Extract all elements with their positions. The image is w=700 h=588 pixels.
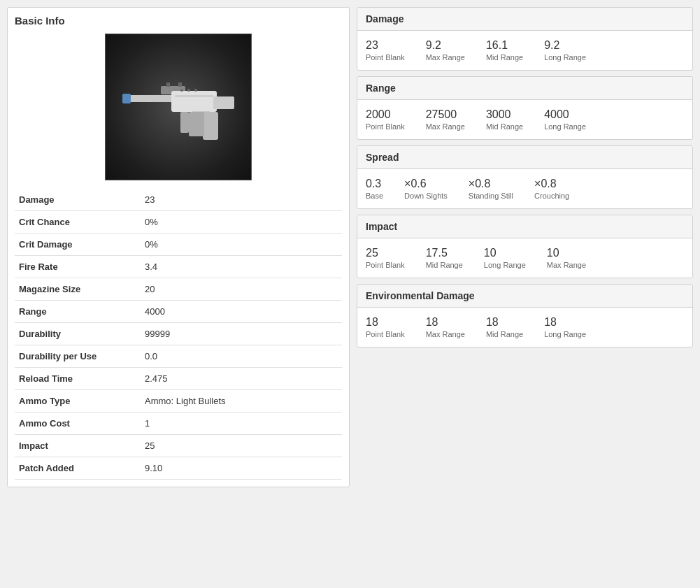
svg-rect-5 [171,91,217,112]
svg-point-11 [180,89,183,92]
stat-label: Impact [15,435,141,457]
stat-card-label: Point Blank [366,122,405,131]
stat-value: 20 [141,278,342,301]
stat-card-value: ×0.8 [534,178,569,190]
svg-point-13 [194,89,197,92]
stat-card-value: 0.3 [366,178,383,190]
stat-item: 9.2Long Range [544,39,586,62]
stat-value: 99999 [141,323,342,345]
stat-label: Crit Chance [15,211,141,234]
stat-row: Crit Chance 0% [15,211,342,234]
stat-item: 17.5Mid Range [426,247,463,269]
stat-card-label: Long Range [544,53,586,62]
stat-label: Patch Added [15,457,141,480]
stat-label: Durability [15,323,141,345]
stat-card-value: 10 [547,247,586,259]
svg-rect-4 [178,83,182,87]
card-spread: Spread0.3Base×0.6Down Sights×0.8Standing… [357,145,693,209]
svg-rect-3 [166,83,170,87]
stat-card-value: 9.2 [426,39,465,52]
stat-row: Magazine Size 20 [15,278,342,301]
stat-card-value: 4000 [544,108,586,121]
stat-label: Magazine Size [15,278,141,301]
stat-item: 2000Point Blank [366,108,405,131]
stat-label: Fire Rate [15,256,141,278]
stat-item: 9.2Max Range [426,39,465,62]
card-header-damage: Damage [357,8,692,31]
stat-card-value: 2000 [366,108,405,121]
stat-label: Range [15,301,141,323]
stat-card-value: 27500 [426,108,465,121]
stat-card-label: Point Blank [366,330,405,338]
stat-item: ×0.8Crouching [534,178,569,200]
stat-value: 2.475 [141,368,342,390]
stat-card-label: Standing Still [469,192,513,200]
svg-rect-9 [180,112,189,133]
stat-label: Ammo Type [15,390,141,413]
stat-item: 23Point Blank [366,39,405,62]
weapon-svg [119,62,238,152]
card-body-impact: 25Point Blank17.5Mid Range10Long Range10… [357,238,692,278]
stat-card-label: Max Range [426,122,465,131]
stat-card-label: Base [366,192,383,200]
stat-card-value: 3000 [486,108,523,121]
stat-card-label: Crouching [534,192,569,200]
stat-row: Durability per Use 0.0 [15,345,342,368]
stat-card-value: 18 [366,316,405,329]
card-header-spread: Spread [357,146,692,169]
card-range: Range2000Point Blank27500Max Range3000Mi… [357,76,693,140]
stat-value: 0.0 [141,345,342,368]
svg-rect-0 [126,95,178,102]
stat-item: 18Long Range [544,316,586,338]
stat-row: Ammo Cost 1 [15,413,342,435]
stat-card-value: 18 [426,316,465,329]
card-environmental-damage: Environmental Damage18Point Blank18Max R… [357,284,693,347]
stat-card-label: Down Sights [404,192,448,200]
stat-label: Damage [15,189,141,211]
stat-value: 0% [141,234,342,256]
stat-card-label: Mid Range [486,330,523,338]
card-impact: Impact25Point Blank17.5Mid Range10Long R… [357,215,693,278]
stat-item: 18Point Blank [366,316,405,338]
right-panel: Damage23Point Blank9.2Max Range16.1Mid R… [357,7,693,487]
stat-row: Impact 25 [15,435,342,457]
card-damage: Damage23Point Blank9.2Max Range16.1Mid R… [357,7,693,71]
stat-label: Crit Damage [15,234,141,256]
stat-value: 23 [141,189,342,211]
card-body-range: 2000Point Blank27500Max Range3000Mid Ran… [357,100,692,139]
stat-item: ×0.6Down Sights [404,178,448,200]
stat-value: 25 [141,435,342,457]
svg-rect-8 [213,96,234,109]
weapon-image [105,34,252,180]
stat-card-value: 9.2 [544,39,586,52]
stat-card-value: 18 [486,316,523,329]
left-panel: Basic Info [7,7,350,487]
stat-card-label: Max Range [426,330,465,338]
stat-card-label: Max Range [547,261,586,269]
stat-card-label: Long Range [544,122,586,131]
stat-row: Damage 23 [15,189,342,211]
stat-item: 18Max Range [426,316,465,338]
stat-card-value: ×0.8 [469,178,513,190]
svg-rect-1 [122,94,131,103]
stat-item: ×0.8Standing Still [469,178,513,200]
stat-item: 3000Mid Range [486,108,523,131]
stat-item: 10Max Range [547,247,586,269]
stat-value: 3.4 [141,256,342,278]
stat-card-value: 25 [366,247,405,259]
stat-item: 16.1Mid Range [486,39,523,62]
card-header-environmental-damage: Environmental Damage [357,285,692,308]
stat-card-value: 23 [366,39,405,52]
stat-card-value: 16.1 [486,39,523,52]
svg-point-12 [187,89,190,92]
stat-row: Reload Time 2.475 [15,368,342,390]
stat-item: 0.3Base [366,178,383,200]
stat-card-value: 10 [484,247,526,259]
svg-rect-10 [175,95,213,97]
stat-card-value: 18 [544,316,586,329]
stat-card-label: Mid Range [426,261,463,269]
basic-info-title: Basic Info [15,15,342,27]
svg-rect-7 [189,112,204,136]
stat-item: 4000Long Range [544,108,586,131]
stat-item: 25Point Blank [366,247,405,269]
